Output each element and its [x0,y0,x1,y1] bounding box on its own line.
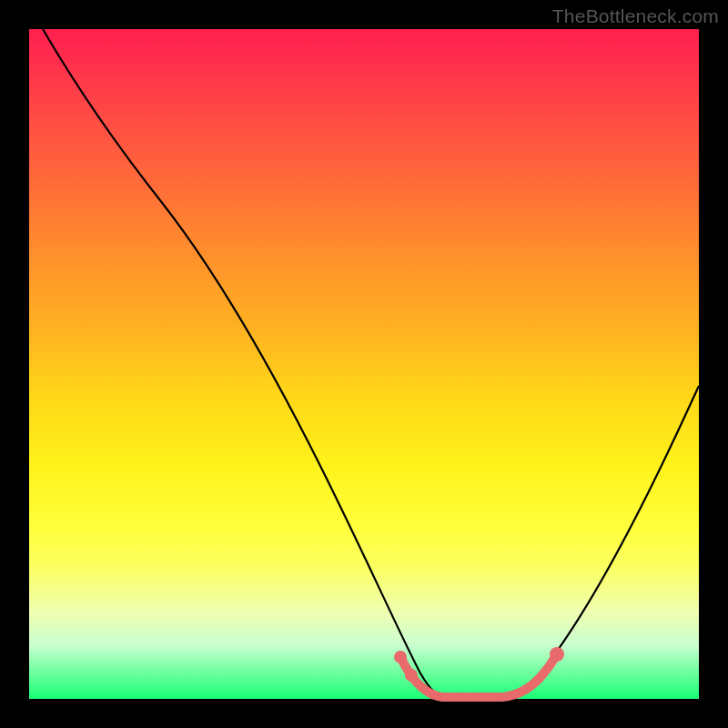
valley-highlight-path [400,654,557,697]
chart-container: TheBottleneck.com [0,0,728,728]
valley-marker-icon [405,669,418,682]
chart-svg [29,29,699,699]
valley-marker-icon [394,651,407,663]
v-curve-path [43,29,699,698]
valley-marker-icon [550,647,564,662]
watermark-text: TheBottleneck.com [552,5,719,27]
